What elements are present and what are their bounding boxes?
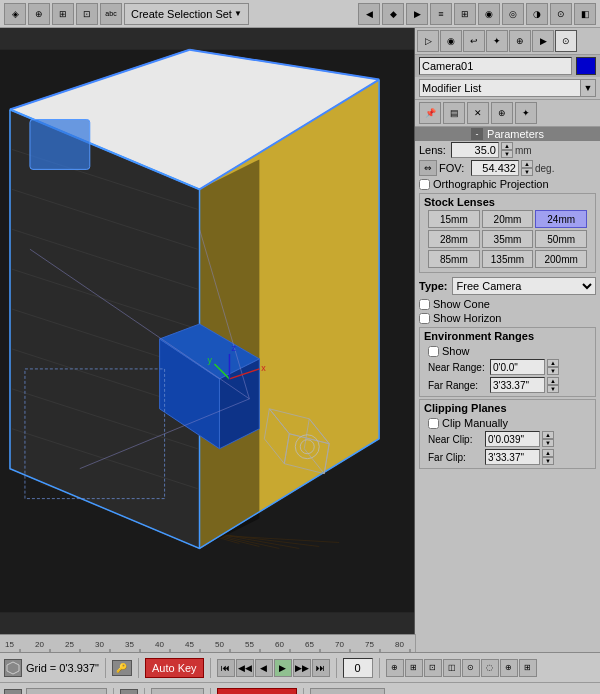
rt-icon-cam[interactable]: ⊙ (555, 30, 577, 52)
toolbar-icon-3[interactable]: ⊞ (52, 3, 74, 25)
time-input[interactable] (343, 658, 373, 678)
toolbar-icon-1[interactable]: ◈ (4, 3, 26, 25)
toolbar-icon-obj5[interactable]: ◧ (574, 3, 596, 25)
rt-icon-undo[interactable]: ↩ (463, 30, 485, 52)
wave-icon: ∿ (120, 689, 138, 695)
mini-icon-1[interactable]: ⊕ (386, 659, 404, 677)
near-range-spin-up[interactable]: ▲ (547, 359, 559, 367)
near-clip-spin-up[interactable]: ▲ (542, 431, 554, 439)
rt-icon-arrow[interactable]: ▷ (417, 30, 439, 52)
fov-spin-down[interactable]: ▼ (521, 168, 533, 176)
modifier-dropdown[interactable]: Modifier List Bend Twist Taper (419, 79, 581, 97)
toolbar-icon-4[interactable]: ⊡ (76, 3, 98, 25)
play-btn-prev-frame[interactable]: ◀◀ (236, 659, 254, 677)
fov-input[interactable] (471, 160, 519, 176)
near-range-spin-down[interactable]: ▼ (547, 367, 559, 375)
mini-icon-6[interactable]: ◌ (481, 659, 499, 677)
mini-icon-5[interactable]: ⊙ (462, 659, 480, 677)
lens-btn-15mm[interactable]: 15mm (428, 210, 480, 228)
env-ranges-section: Environment Ranges Show Near Range: ▲ ▼ (419, 327, 596, 397)
show-horizon-checkbox[interactable] (419, 313, 430, 324)
toolbar-icon-obj3[interactable]: ◑ (526, 3, 548, 25)
create-selection-button[interactable]: Create Selection Set ▼ (124, 3, 249, 25)
lens-btn-200mm[interactable]: 200mm (535, 250, 587, 268)
viewport-3d[interactable]: x y z (0, 28, 415, 634)
toolbar-icon-2[interactable]: ⊕ (28, 3, 50, 25)
ortho-checkbox[interactable] (419, 179, 430, 190)
far-clip-input[interactable] (485, 449, 540, 465)
clipping-planes-section: Clipping Planes Clip Manually Near Clip:… (419, 399, 596, 469)
show-cone-checkbox[interactable] (419, 299, 430, 310)
playback-controls: ⏮ ◀◀ ◀ ▶ ▶▶ ⏭ (217, 659, 330, 677)
play-btn-end[interactable]: ⏭ (312, 659, 330, 677)
camera-name-input[interactable] (419, 57, 572, 75)
lens-spin-down[interactable]: ▼ (501, 150, 513, 158)
toolbar-icon-grid[interactable]: ⊞ (454, 3, 476, 25)
lens-btn-20mm[interactable]: 20mm (482, 210, 534, 228)
toolbar-icon-prev[interactable]: ◀ (358, 3, 380, 25)
tab-icon-pin[interactable]: 📌 (419, 102, 441, 124)
toolbar-icon-obj2[interactable]: ◎ (502, 3, 524, 25)
sep8 (210, 688, 211, 695)
rt-icon-plus[interactable]: ⊕ (509, 30, 531, 52)
toolbar-icon-obj4[interactable]: ⊙ (550, 3, 572, 25)
toolbar-icon-obj1[interactable]: ◉ (478, 3, 500, 25)
mini-icon-7[interactable]: ⊕ (500, 659, 518, 677)
fov-swap-btn[interactable]: ⇔ (419, 160, 437, 176)
params-header: - Parameters (415, 127, 600, 141)
mini-icon-4[interactable]: ◫ (443, 659, 461, 677)
rt-icon-star[interactable]: ✦ (486, 30, 508, 52)
rt-icon-play[interactable]: ▶ (532, 30, 554, 52)
toolbar-icon-next[interactable]: ▶ (406, 3, 428, 25)
toolbar-icon-layers[interactable]: ≡ (430, 3, 452, 25)
toolbar-icon-abc[interactable]: abc (100, 3, 122, 25)
lens-input[interactable] (451, 142, 499, 158)
create-selection-label: Create Selection Set (131, 8, 232, 20)
lens-btn-35mm[interactable]: 35mm (482, 230, 534, 248)
lens-spin-up[interactable]: ▲ (501, 142, 513, 150)
toolbar-icon-diamond[interactable]: ◆ (382, 3, 404, 25)
mini-icon-8[interactable]: ⊞ (519, 659, 537, 677)
auto-key-button[interactable]: Auto Key (145, 658, 204, 678)
lens-btn-50mm[interactable]: 50mm (535, 230, 587, 248)
tab-icon-add[interactable]: ⊕ (491, 102, 513, 124)
play-btn-next[interactable]: ▶▶ (293, 659, 311, 677)
far-clip-spin-up[interactable]: ▲ (542, 449, 554, 457)
near-clip-spin-down[interactable]: ▼ (542, 439, 554, 447)
type-select[interactable]: Free Camera Target Camera (452, 277, 596, 295)
play-btn-prev[interactable]: ◀ (255, 659, 273, 677)
key-filters-button[interactable]: Key Filters... (310, 688, 385, 695)
mini-icon-3[interactable]: ⊡ (424, 659, 442, 677)
near-clip-input[interactable] (485, 431, 540, 447)
ruler-right-fill (415, 634, 600, 652)
selected-dropdown[interactable]: Selected (217, 688, 297, 695)
lens-btn-135mm[interactable]: 135mm (482, 250, 534, 268)
near-range-input[interactable] (490, 359, 545, 375)
tab-icon-x[interactable]: ✕ (467, 102, 489, 124)
lens-btn-28mm[interactable]: 28mm (428, 230, 480, 248)
status-bar-2: ◉ Add Time Tag ∿ Set Key Selected Key Fi… (0, 682, 600, 694)
modifier-dropdown-arrow[interactable]: ▼ (580, 79, 596, 97)
tab-icon-list[interactable]: ▤ (443, 102, 465, 124)
camera-color-swatch[interactable] (576, 57, 596, 75)
play-btn-play[interactable]: ▶ (274, 659, 292, 677)
lens-btn-85mm[interactable]: 85mm (428, 250, 480, 268)
set-key-button[interactable]: Set Key (151, 688, 204, 695)
clip-manually-label: Clip Manually (442, 417, 508, 429)
fov-spin-up[interactable]: ▲ (521, 160, 533, 168)
lens-btn-24mm[interactable]: 24mm (535, 210, 587, 228)
mini-icon-2[interactable]: ⊞ (405, 659, 423, 677)
far-range-spin-up[interactable]: ▲ (547, 377, 559, 385)
add-time-tag-button[interactable]: Add Time Tag (26, 688, 107, 695)
params-collapse-btn[interactable]: - (471, 128, 483, 140)
rt-icon-circle[interactable]: ◉ (440, 30, 462, 52)
play-btn-start[interactable]: ⏮ (217, 659, 235, 677)
far-range-spin-down[interactable]: ▼ (547, 385, 559, 393)
far-clip-spin-down[interactable]: ▼ (542, 457, 554, 465)
clipping-planes-title: Clipping Planes (424, 402, 591, 414)
env-show-checkbox[interactable] (428, 346, 439, 357)
tab-icon-star2[interactable]: ✦ (515, 102, 537, 124)
near-clip-label: Near Clip: (428, 434, 483, 445)
far-range-input[interactable] (490, 377, 545, 393)
clip-manually-checkbox[interactable] (428, 418, 439, 429)
